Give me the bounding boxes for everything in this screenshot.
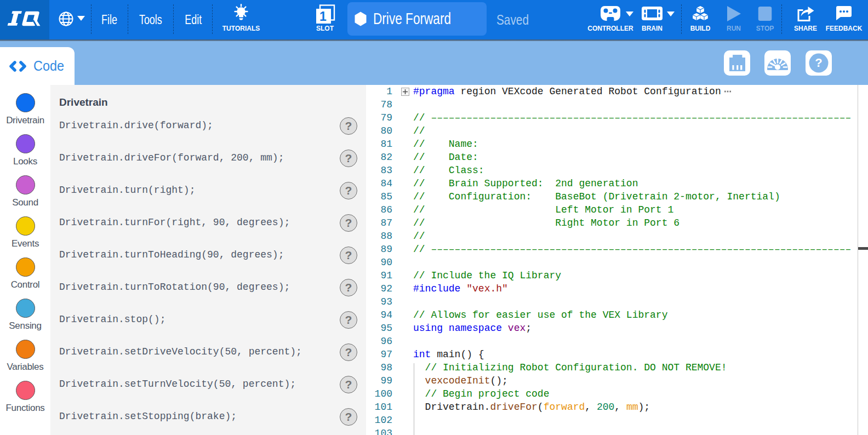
svg-text:1: 1 <box>319 9 327 24</box>
svg-text:?: ? <box>815 56 822 70</box>
